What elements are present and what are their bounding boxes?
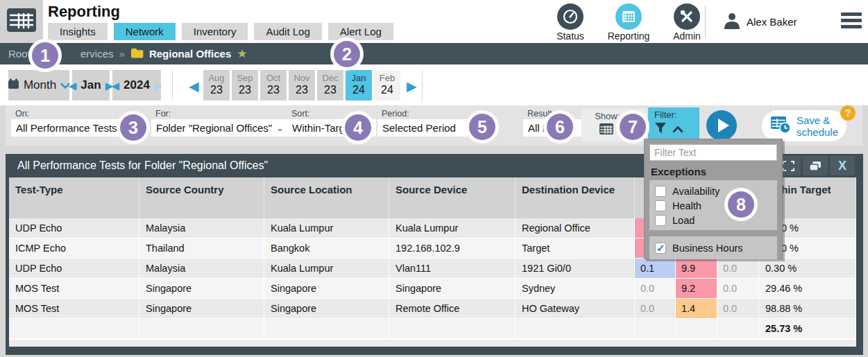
favorite-star-icon[interactable]: ★ — [237, 46, 247, 61]
user-name: Alex Baker — [747, 16, 797, 28]
filter-button[interactable]: Filter: — [648, 107, 699, 142]
nav-status[interactable]: Status — [543, 3, 598, 42]
filter-text-input[interactable] — [649, 144, 777, 161]
cell-metric-2: 1.4 — [676, 299, 717, 319]
filter-label: Filter: — [654, 110, 699, 120]
table-summary-row: 25.73 % — [9, 319, 856, 339]
cell-source-device: Kuala Lumpur — [389, 218, 516, 238]
run-report-button[interactable] — [706, 110, 737, 141]
col-test-type[interactable]: Test-Type — [9, 177, 139, 218]
checkbox-icon[interactable] — [655, 215, 666, 226]
checkbox-load[interactable]: Load — [655, 213, 777, 227]
checkbox-icon[interactable] — [655, 186, 666, 197]
checkbox-health[interactable]: Health — [655, 198, 777, 213]
filter-popup: Exceptions Availability Health Load Busi… — [644, 139, 783, 259]
month-chip-nov-23[interactable]: Nov 23 — [289, 70, 315, 101]
callout-1: 1 — [32, 42, 58, 69]
table-row[interactable]: MOS Test Singapore Singapore Singapore S… — [9, 279, 856, 299]
col-destination-device[interactable]: Destination Device — [516, 177, 635, 218]
checkbox-business-hours[interactable]: Business Hours — [655, 241, 777, 255]
cell-test-type: MOS Test — [9, 279, 139, 299]
close-icon: X — [838, 159, 846, 173]
cell-source-location: Kuala Lumpur — [264, 218, 389, 238]
cell-source-device: 192.168.102.9 — [389, 238, 516, 259]
month-chip-sep-23[interactable]: Sep 23 — [232, 70, 258, 101]
table-row[interactable]: MOS Test Singapore Singapore Remote Offi… — [9, 299, 856, 319]
callout-2: 2 — [334, 41, 360, 67]
month-chip-year: 23 — [203, 83, 230, 96]
cell-source-device: Singapore — [389, 279, 516, 299]
prev-year-icon[interactable]: ◀ — [112, 80, 120, 91]
user-menu[interactable]: Alex Baker — [723, 11, 797, 32]
save-line-1: Save & — [797, 114, 830, 126]
month-chip-oct-23[interactable]: Oct 23 — [260, 70, 287, 101]
table-footer-strip — [9, 339, 856, 347]
tab-insights[interactable]: Insights — [48, 23, 108, 40]
summary-empty — [9, 319, 139, 339]
cell-source-device: Vlan111 — [389, 259, 516, 279]
month-chip-year: 23 — [317, 83, 343, 96]
calendar-icon — [8, 78, 19, 93]
prev-month-icon[interactable]: ◀ — [69, 80, 77, 91]
help-badge[interactable]: ? — [840, 105, 856, 121]
tab-audit-log[interactable]: Audit Log — [254, 23, 321, 40]
cell-destination-device: HO Gateway — [516, 299, 635, 319]
callout-4: 4 — [345, 114, 371, 141]
table-row[interactable]: UDP Echo Malaysia Kuala Lumpur Vlan111 1… — [9, 259, 856, 279]
cell-source-country: Singapore — [139, 299, 264, 319]
save-line-2: schedule — [797, 126, 838, 138]
cell-source-country: Singapore — [139, 279, 264, 299]
cell-destination-device: Sydney — [516, 279, 635, 299]
sort-label: Sort: — [291, 109, 309, 119]
month-chip-year: 23 — [260, 83, 287, 96]
chevron-up-icon — [672, 123, 683, 136]
nav-admin[interactable]: Admin — [659, 3, 715, 42]
granularity-dropdown[interactable]: Month — [8, 70, 69, 101]
checkbox-icon[interactable] — [655, 200, 666, 211]
windows-icon — [809, 161, 822, 171]
for-select[interactable]: Folder "Regional Offices" ⌄ — [151, 119, 289, 137]
col-source-location[interactable]: Source Location — [264, 177, 389, 218]
app-logo[interactable] — [0, 0, 43, 43]
checkbox-label: Availability — [672, 186, 720, 197]
menu-icon[interactable] — [841, 12, 862, 31]
play-icon — [718, 119, 729, 132]
cell-source-country: Malaysia — [139, 259, 264, 279]
for-label: For: — [155, 109, 171, 119]
nav-reporting[interactable]: Reporting — [601, 3, 656, 42]
breadcrumb-root[interactable]: Root — [8, 48, 31, 60]
year-stepper[interactable]: ◀ 2024 ▶ — [112, 70, 161, 101]
tab-alert-log[interactable]: Alert Log — [328, 23, 393, 40]
month-chip-year: 23 — [289, 83, 315, 96]
month-chip-jan-24-selected[interactable]: Jan 24 — [346, 70, 372, 101]
detach-window-button[interactable] — [803, 156, 828, 175]
breadcrumb-current[interactable]: Regional Offices — [149, 48, 231, 60]
close-table-button[interactable]: X — [830, 156, 855, 175]
tab-network[interactable]: Network — [114, 23, 176, 40]
month-chip-month: Feb — [374, 73, 400, 83]
col-source-device[interactable]: Source Device — [389, 177, 516, 218]
gauge-icon — [557, 3, 584, 30]
breadcrumb-parent[interactable]: ervices — [80, 48, 114, 60]
funnel-icon — [654, 122, 667, 137]
cell-metric-3: 0.0 — [717, 299, 759, 319]
checkbox-availability[interactable]: Availability — [655, 184, 777, 198]
nav-reporting-label: Reporting — [601, 31, 656, 42]
next-year-icon[interactable]: ▶ — [154, 80, 162, 91]
month-chip-dec-23[interactable]: Dec 23 — [317, 70, 343, 101]
tab-inventory[interactable]: Inventory — [182, 23, 248, 40]
month-chip-aug-23[interactable]: Aug 23 — [203, 70, 230, 101]
business-hours-group: Business Hours — [649, 236, 777, 259]
scroll-months-right-icon[interactable]: ▶ — [407, 78, 417, 94]
col-source-country[interactable]: Source Country — [139, 177, 264, 218]
cell-metric-3: 0.0 — [717, 259, 759, 279]
cell-source-country: Thailand — [139, 238, 264, 259]
month-chip-feb-24[interactable]: Feb 24 — [374, 70, 400, 101]
table-grid-icon — [6, 8, 37, 35]
checkbox-checked-icon[interactable] — [655, 243, 666, 254]
scroll-months-left-icon[interactable]: ◀ — [189, 78, 199, 94]
save-schedule-button[interactable]: Save & schedule — [762, 110, 846, 141]
month-chip-month: Sep — [232, 73, 258, 83]
month-chip-month: Jan — [346, 73, 372, 83]
month-stepper[interactable]: ◀ Jan ▶ — [72, 70, 110, 101]
